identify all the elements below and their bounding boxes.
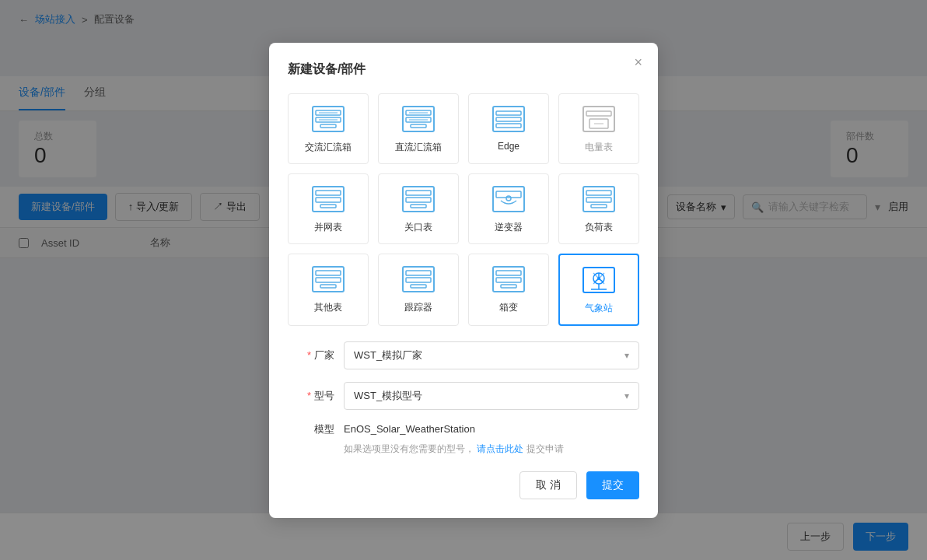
model-no-value: WST_模拟型号 (354, 389, 422, 403)
gateway-meter-icon (400, 184, 437, 215)
model-label: 模型 (288, 422, 334, 436)
device-card-gateway-meter[interactable]: 关口表 (378, 173, 459, 244)
device-card-other-meter[interactable]: 其他表 (288, 254, 369, 326)
svg-rect-41 (406, 278, 431, 282)
svg-rect-34 (591, 205, 607, 208)
device-card-grid-meter[interactable]: 并网表 (288, 173, 369, 244)
svg-rect-42 (411, 285, 426, 288)
other-meter-icon (310, 264, 347, 295)
model-no-label: *型号 (288, 389, 334, 403)
electric-meter-icon (580, 103, 617, 135)
device-card-tracker[interactable]: 跟踪器 (378, 254, 459, 326)
svg-rect-37 (316, 278, 341, 282)
cancel-button[interactable]: 取 消 (519, 471, 577, 499)
device-card-box-transformer[interactable]: 箱变 (468, 254, 549, 326)
svg-rect-28 (493, 187, 524, 212)
box-transformer-icon (490, 264, 527, 295)
other-meter-label: 其他表 (314, 301, 342, 314)
svg-rect-29 (496, 191, 521, 198)
load-meter-label: 负荷表 (585, 221, 613, 234)
svg-rect-5 (320, 124, 336, 128)
weather-station-label: 气象站 (585, 302, 613, 315)
edge-icon (490, 103, 527, 135)
dc-combiner-icon (400, 103, 437, 135)
new-device-modal: 新建设备/部件 × 交流汇流箱 (269, 43, 658, 518)
device-card-ac-combiner[interactable]: 交流汇流箱 (288, 93, 369, 164)
svg-rect-11 (411, 124, 426, 128)
svg-rect-15 (496, 124, 521, 128)
svg-rect-27 (411, 205, 426, 208)
modal-close-button[interactable]: × (634, 55, 642, 69)
grid-meter-icon (310, 184, 347, 215)
ac-combiner-icon (310, 103, 347, 135)
inverter-label: 逆变器 (495, 221, 523, 234)
inverter-icon (490, 184, 527, 215)
svg-rect-38 (320, 285, 336, 288)
device-card-load-meter[interactable]: 负荷表 (558, 173, 639, 244)
svg-rect-32 (586, 191, 611, 195)
modal-overlay: 新建设备/部件 × 交流汇流箱 (0, 0, 927, 560)
modal-footer: 取 消 提交 (288, 471, 639, 499)
weather-station-icon (580, 264, 617, 296)
gateway-meter-label: 关口表 (404, 221, 432, 234)
svg-rect-21 (316, 191, 341, 195)
svg-rect-25 (406, 191, 431, 195)
ac-combiner-label: 交流汇流箱 (305, 141, 352, 154)
svg-point-30 (506, 196, 511, 201)
device-card-inverter[interactable]: 逆变器 (468, 173, 549, 244)
device-card-dc-combiner[interactable]: 直流汇流箱 (378, 93, 459, 164)
dc-combiner-label: 直流汇流箱 (395, 141, 442, 154)
device-card-edge[interactable]: Edge (468, 93, 549, 164)
electric-meter-label: 电量表 (585, 141, 613, 154)
edge-label: Edge (498, 141, 519, 152)
svg-rect-44 (496, 271, 521, 275)
model-no-select[interactable]: WST_模拟型号 ▾ (344, 382, 639, 410)
svg-rect-45 (496, 278, 521, 282)
svg-rect-46 (501, 285, 516, 288)
svg-rect-33 (586, 198, 611, 202)
svg-rect-23 (320, 205, 336, 208)
svg-rect-26 (406, 198, 431, 202)
hint-text-row: 如果选项里没有您需要的型号， 请点击此处 提交申请 (344, 443, 639, 456)
manufacturer-value: WST_模拟厂家 (354, 348, 422, 362)
modal-title: 新建设备/部件 (288, 61, 639, 78)
svg-rect-40 (406, 271, 431, 275)
model-no-row: *型号 WST_模拟型号 ▾ (288, 382, 639, 410)
device-card-weather-station[interactable]: 气象站 (558, 254, 639, 326)
box-transformer-label: 箱变 (499, 301, 518, 314)
load-meter-icon (580, 184, 617, 215)
grid-meter-label: 并网表 (314, 221, 342, 234)
model-display-row: 模型 EnOS_Solar_WeatherStation (288, 422, 639, 436)
device-type-grid: 交流汇流箱 直流汇流箱 (288, 93, 639, 326)
svg-rect-13 (496, 111, 521, 115)
tracker-icon (400, 264, 437, 295)
submit-button[interactable]: 提交 (586, 471, 639, 499)
tracker-label: 跟踪器 (404, 301, 432, 314)
device-card-electric-meter[interactable]: 电量表 (558, 93, 639, 164)
svg-rect-22 (316, 198, 341, 202)
chevron-down-icon: ▾ (624, 350, 629, 361)
model-value: EnOS_Solar_WeatherStation (344, 423, 475, 435)
svg-rect-14 (496, 117, 521, 121)
hint-link[interactable]: 请点击此处 (477, 443, 523, 454)
chevron-down-icon: ▾ (624, 390, 629, 401)
manufacturer-select[interactable]: WST_模拟厂家 ▾ (344, 341, 639, 369)
manufacturer-row: *厂家 WST_模拟厂家 ▾ (288, 341, 639, 369)
manufacturer-label: *厂家 (288, 348, 334, 362)
svg-rect-36 (316, 271, 341, 275)
svg-rect-17 (586, 111, 611, 116)
